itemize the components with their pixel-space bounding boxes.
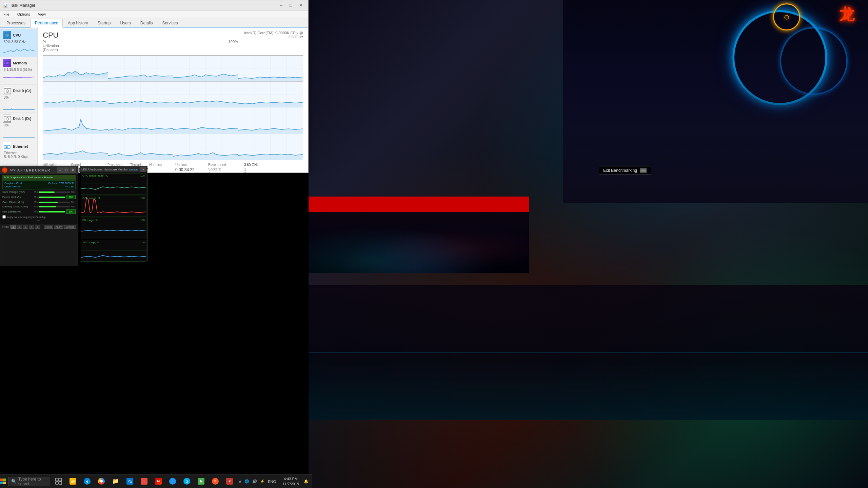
hw-close-btn[interactable]: ✕: [140, 167, 146, 172]
close-button[interactable]: ✕: [296, 2, 305, 9]
edge-button[interactable]: e: [80, 475, 94, 488]
windows-logo-icon: [0, 479, 6, 485]
msi-close-btn[interactable]: ✕: [70, 167, 76, 173]
app10-button[interactable]: R: [209, 475, 222, 488]
cpu-graph-0: [43, 56, 108, 81]
cpu-graphs-grid: [43, 55, 303, 160]
tab-processes[interactable]: Processes: [2, 19, 30, 27]
file-explorer-button[interactable]: 📁: [66, 475, 80, 488]
cpu-specs-grid: Base speed: 3.60 GHz Sockets: 1 Cores: 8…: [208, 163, 273, 172]
power-limit-fill: [39, 197, 65, 198]
notification-bell-icon[interactable]: 🔔: [303, 479, 309, 484]
hw-detach-btn[interactable]: Detach: [129, 168, 138, 171]
tab-startup[interactable]: Startup: [93, 19, 115, 27]
menu-options[interactable]: Options: [16, 11, 32, 18]
app7-button[interactable]: [166, 475, 179, 488]
uptime-value: 0:00:34:22: [175, 167, 195, 172]
msi-minimize-btn[interactable]: –: [57, 167, 63, 173]
memory-detail: 8.1/15.9 GB (51%): [3, 68, 35, 72]
tabs-bar: Processes Performance App history Startu…: [0, 18, 308, 27]
cores-val: 8: [244, 172, 273, 172]
volume-icon[interactable]: 🔊: [252, 479, 258, 484]
sidebar-item-memory[interactable]: Memory 8.1/15.9 GB (51%): [0, 57, 37, 85]
memory-label: Memory: [13, 61, 27, 65]
task-view-button[interactable]: [52, 475, 65, 488]
reset-button[interactable]: Reset: [44, 225, 53, 229]
start-button[interactable]: [0, 475, 6, 488]
core-clock-slider[interactable]: [39, 202, 70, 203]
settings-button[interactable]: Settings: [64, 225, 76, 229]
msi-gpu-info: Graphics Card Geforce RTX 2080 Ti Driver…: [2, 180, 76, 189]
msi-logo-icon: [2, 167, 7, 173]
wet-street: [309, 212, 529, 273]
time-display: 4:43 PM: [282, 476, 299, 481]
fan-speed-slider[interactable]: [39, 211, 65, 212]
sidebar-item-disk1[interactable]: Disk 1 (D:) 0%: [0, 113, 37, 140]
memory-clock-slider[interactable]: [39, 206, 70, 207]
tab-app-history[interactable]: App history: [63, 19, 93, 27]
svg-rect-33: [6, 146, 7, 148]
tab-details[interactable]: Details: [136, 19, 157, 27]
msi-titlebar: MSI AFTERBURNER – □ ✕: [0, 166, 78, 174]
startup-checkbox[interactable]: [2, 215, 6, 219]
folder-icon: 📁: [112, 478, 119, 484]
msi-taskbar-button[interactable]: M: [152, 475, 165, 488]
disk1-detail: 0%: [3, 123, 35, 127]
profile-4[interactable]: 4: [29, 225, 34, 229]
slider-min-label: Min: [34, 191, 38, 193]
cpu-graph-13: [108, 134, 173, 160]
cpu-graph-11: [238, 108, 303, 134]
svg-rect-32: [5, 146, 5, 148]
corridor-fade: [563, 68, 868, 203]
startup-apply-row: Apply overclocking at system startup: [2, 215, 76, 219]
cpu-graph-15: [238, 134, 303, 160]
cpu-graph-8: [43, 108, 108, 134]
profile-1[interactable]: 1: [11, 225, 16, 229]
network-icon[interactable]: 🌐: [244, 479, 250, 484]
game-button[interactable]: X: [223, 475, 236, 488]
exit-benchmark-button[interactable]: Exit Benchmarking: [599, 166, 651, 175]
menu-view[interactable]: View: [37, 11, 47, 18]
profile-3[interactable]: 3: [23, 225, 28, 229]
eng-label[interactable]: ENG: [267, 480, 277, 484]
disk0-label: Disk 0 (C:): [13, 89, 31, 93]
system-clock[interactable]: 4:43 PM 11/7/2019: [280, 476, 302, 486]
vio-usage-label: VIO usage, %: [82, 241, 99, 244]
app5-icon: [141, 478, 147, 485]
taskbar-icons: 📁 e 📁 🛍: [52, 475, 236, 488]
minimize-button[interactable]: –: [276, 2, 286, 9]
fan-speed-label: Fan Speed (%): [2, 210, 33, 213]
sockets-val: 1: [244, 167, 273, 171]
memory-sparkline: [3, 72, 35, 82]
core-voltage-slider[interactable]: [39, 191, 70, 193]
folder-button[interactable]: 📁: [109, 475, 122, 488]
power-min-label: Min: [34, 196, 38, 198]
power-limit-slider[interactable]: [39, 197, 65, 198]
profile-2[interactable]: 2: [17, 225, 22, 229]
tab-users[interactable]: Users: [116, 19, 135, 27]
tab-performance[interactable]: Performance: [31, 19, 63, 27]
svg-rect-20: [7, 62, 8, 64]
core-clock-label: Core Clock (MHz): [2, 201, 33, 204]
msi-maximize-btn[interactable]: □: [63, 167, 70, 173]
chrome-button[interactable]: [95, 475, 108, 488]
battery-icon[interactable]: ⚡: [259, 479, 265, 484]
sidebar-item-cpu[interactable]: CPU 32% 3.68 GHz: [0, 29, 37, 57]
apply-button[interactable]: Apply: [54, 225, 63, 229]
tab-services[interactable]: Services: [158, 19, 182, 27]
search-bar[interactable]: 🔍 Type here to search: [8, 477, 50, 486]
app7-icon: [169, 478, 176, 485]
app9-button[interactable]: ▶: [194, 475, 208, 488]
slider-max-label: Max: [71, 191, 76, 193]
svg-marker-44: [43, 71, 108, 82]
app5-button[interactable]: [137, 475, 151, 488]
menu-file[interactable]: File: [2, 11, 11, 18]
chevron-up-icon[interactable]: ∧: [238, 479, 242, 484]
maximize-button[interactable]: □: [286, 2, 296, 9]
store-button[interactable]: 🛍: [123, 475, 137, 488]
task-view-icon: [55, 478, 62, 485]
sidebar-item-disk0[interactable]: Disk 0 (C:) 0%: [0, 85, 37, 113]
gpu-temp-max: 100: [140, 174, 145, 177]
skype-button[interactable]: S: [180, 475, 194, 488]
profile-5[interactable]: 5: [35, 225, 40, 229]
